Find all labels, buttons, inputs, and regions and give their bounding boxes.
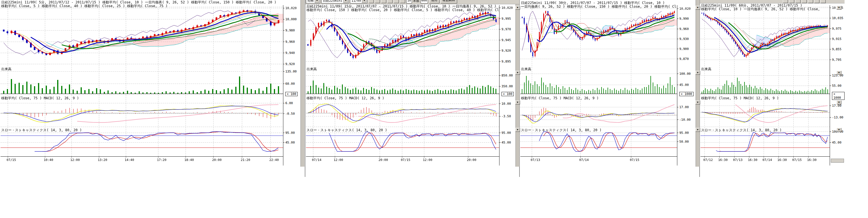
chevron-down-icon[interactable]: ▼ — [343, 0, 348, 3]
time-axis-label: 20:00 — [378, 158, 388, 162]
price-axis-label: 9,920 — [285, 62, 295, 66]
chart-window-30min: 日経225mini 11/09( 30分, 2011/07/07 - 2011/… — [519, 0, 699, 177]
pane-dropdown-button[interactable]: ▼ — [695, 71, 700, 75]
window-toolbar-items: 先物▼日経225mini▼11/09▼10本数600適用複数銘柄 — [306, 0, 457, 4]
volume-multiplier-badge: × 1000 — [832, 92, 844, 100]
horizontal-scrollbar[interactable] — [831, 159, 844, 162]
toolbar-button[interactable] — [814, 0, 819, 3]
time-axis-label: 07/14 — [763, 158, 772, 162]
pane-dropdown-button[interactable]: ▼ — [695, 128, 700, 132]
time-axis-label: 07/13 — [531, 158, 540, 162]
time-axis-label: 07/14 — [579, 158, 589, 162]
price-chart-canvas[interactable] — [1, 0, 285, 171]
time-axis-label: 16:30 — [718, 158, 727, 162]
time-axis-label: 12:00 — [423, 158, 432, 162]
price-axis-label: 9,900 — [679, 47, 689, 51]
toolbar-button[interactable] — [820, 0, 826, 3]
price-axis-label: 10,020 — [679, 7, 691, 10]
macd-axis-label: 17.00 — [679, 105, 689, 109]
toolbar-button[interactable] — [783, 0, 788, 3]
time-axis-label: 07/15 — [401, 158, 410, 162]
price-chart-canvas[interactable] — [306, 0, 501, 171]
price-axis-label: 10,020 — [501, 6, 513, 10]
indicator-legend: 移動平均( Close, 5 ) 移動平均( Close, 40 ) 移動平均(… — [1, 4, 282, 8]
volume-multiplier-badge: × 100 — [285, 92, 298, 96]
chevron-down-icon[interactable]: ▼ — [315, 0, 319, 3]
stoch-axis-label: 95.00 — [285, 131, 295, 135]
time-axis-label: 20:00 — [212, 158, 222, 162]
window-toolbar: 先物▼日経225mini▼11/09▼10本数600適用複数銘柄 — [305, 0, 519, 4]
time-axis-label: 22:40 — [269, 158, 279, 162]
timeframe-button[interactable] — [369, 0, 374, 3]
price-axis-label: 9,870 — [679, 57, 689, 61]
macd-pane-label: 移動平均( Close, 75 ) MACD( 12, 26, 9 ) — [307, 96, 384, 101]
timeframe-button[interactable] — [375, 0, 380, 3]
timeframe-button[interactable] — [400, 0, 405, 3]
toolbar-button[interactable] — [808, 0, 813, 3]
price-axis-label: 9,915 — [832, 37, 841, 41]
price-axis-label: 9,920 — [501, 49, 511, 52]
volume-axis-label: 350.00 — [501, 84, 513, 88]
timeframe-button[interactable] — [388, 0, 393, 3]
pane-dropdown-button[interactable]: ▼ — [515, 6, 520, 10]
pane-dropdown-button[interactable]: ▼ — [515, 128, 520, 132]
price-axis-label: 9,960 — [679, 27, 689, 31]
toolbar-button[interactable] — [789, 0, 794, 3]
window-scrollbar[interactable] — [695, 0, 700, 167]
instrument-combo-0[interactable]: 先物▼ — [306, 0, 320, 3]
price-axis-label: 10,000 — [285, 17, 297, 21]
price-chart-canvas[interactable] — [701, 0, 832, 171]
indicator-legend: 移動平均( Close, 150 ) 移動平均( Close, 20 ) 移動平… — [307, 8, 499, 12]
macd-axis-label: 6.00 — [285, 101, 293, 105]
stoch-axis-label: 50.00 — [679, 140, 689, 144]
period-spinner[interactable]: 10 — [406, 0, 412, 3]
volume-multiplier-badge: × 1000 — [679, 92, 693, 96]
apply-button[interactable]: 適用 — [429, 0, 439, 3]
price-axis-label: 9,895 — [501, 60, 511, 63]
window-toolbar — [700, 0, 844, 3]
pane-dropdown-button[interactable]: ▼ — [695, 6, 700, 10]
price-chart-canvas[interactable] — [520, 0, 679, 171]
pane-dropdown-button[interactable]: ▼ — [837, 6, 841, 10]
pane-dropdown-button[interactable]: ▼ — [515, 71, 520, 75]
window-scrollbar[interactable] — [516, 0, 520, 167]
macd-axis-label: 10.00 — [501, 102, 511, 106]
time-axis-label: 07/12 — [703, 158, 713, 162]
multi-symbol-button[interactable]: 複数銘柄 — [441, 0, 457, 3]
price-axis-label: 9,795 — [832, 58, 841, 62]
bar-count-spinner[interactable]: 600 — [421, 0, 428, 3]
instrument-combo-1[interactable]: 日経225mini▼ — [321, 0, 349, 3]
combo-value: 先物 — [307, 0, 314, 3]
instrument-combo-2[interactable]: 11/09▼ — [350, 0, 367, 3]
time-axis-label: 16:30 — [807, 158, 816, 162]
price-axis-label: 10,020 — [285, 6, 297, 10]
timeframe-button[interactable] — [381, 0, 386, 3]
window-scrollbar[interactable] — [301, 0, 305, 167]
volume-pane-label: 出来高 — [521, 67, 531, 72]
chart-title: 日経225mini 11/09( 60分, 2011/07/07 - 2011/… — [701, 4, 829, 7]
time-axis-label: 13:20 — [98, 158, 107, 162]
chart-title: 日経225mini 11/09( 5分, 2011/07/12 - 2011/0… — [1, 1, 282, 4]
macd-pane-label: 移動平均( Close, 75 ) MACD( 12, 26, 9 ) — [521, 96, 599, 101]
pane-dropdown-button[interactable]: ▼ — [837, 71, 841, 75]
toolbar-button[interactable] — [795, 0, 801, 3]
stoch-pane-label: スロー・ストキャスティクス( 14, 3, 80, 20 ) — [701, 128, 782, 133]
time-axis-label: 16:30 — [777, 158, 787, 162]
price-axis-label: 9,970 — [501, 27, 511, 31]
macd-axis-label: -10.00 — [679, 118, 691, 121]
volume-pane-label: 出来高 — [701, 67, 711, 72]
volume-axis-label: 135.00 — [285, 70, 297, 73]
stoch-axis-label: 45.00 — [285, 141, 295, 144]
stoch-pane-label: スロー・ストキャスティクス( 14, 3, 80, 20 ) — [1, 128, 82, 133]
bar-count-label: 本数 — [413, 0, 420, 3]
price-axis-label: 9,975 — [832, 27, 841, 31]
timeframe-button[interactable] — [394, 0, 399, 3]
chevron-down-icon[interactable]: ▼ — [362, 0, 367, 3]
price-axis-label: 9,930 — [679, 37, 689, 41]
pane-dropdown-button[interactable]: ▼ — [837, 128, 841, 132]
pane-dropdown-button[interactable]: ▼ — [515, 101, 520, 104]
volume-axis-label: 55.00 — [832, 84, 841, 87]
pane-dropdown-button[interactable]: ▼ — [695, 101, 700, 104]
toolbar-button[interactable] — [802, 0, 807, 3]
pane-dropdown-button[interactable]: ▼ — [837, 101, 841, 104]
